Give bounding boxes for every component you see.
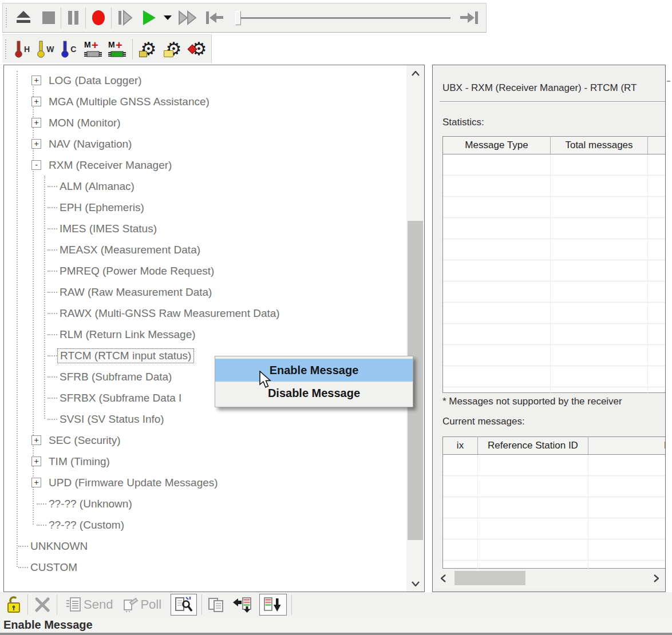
unlock-icon	[6, 595, 23, 614]
skip-to-end-icon	[460, 10, 480, 25]
chip-plus-green-button[interactable]: M +	[107, 39, 128, 59]
tree-item-unknown[interactable]: ??-?? (Unknown)	[4, 493, 406, 514]
tree-item-pmreq-power-mode-request[interactable]: PMREQ (Power Mode Request)	[4, 260, 406, 281]
gear-folder-button[interactable]: ⚙	[163, 38, 184, 61]
record-icon	[90, 9, 106, 26]
tree-item-mon-monitor[interactable]: +MON (Monitor)	[4, 112, 406, 133]
right-edge-panel	[666, 65, 672, 592]
pause-button[interactable]	[66, 10, 81, 26]
menu-item-disable-message[interactable]: Disable Message	[215, 382, 413, 404]
tree-item-rlm-return-link-message[interactable]: RLM (Return Link Message)	[4, 324, 406, 345]
expand-icon[interactable]: +	[31, 139, 41, 149]
skip-to-start-button[interactable]	[204, 10, 225, 25]
tree-item-raw-raw-measurement-data[interactable]: RAW (Raw Measurement Data)	[4, 281, 406, 303]
tree-item-sec-security[interactable]: +SEC (Security)	[4, 430, 406, 451]
coldstart-button[interactable]: C	[60, 40, 78, 58]
progress-slider-handle[interactable]	[235, 11, 241, 25]
expand-icon[interactable]: +	[31, 457, 41, 466]
tree-item-unknown[interactable]: UNKNOWN	[4, 535, 406, 557]
play-speed-dropdown[interactable]	[163, 15, 172, 21]
import-table-button[interactable]	[232, 596, 254, 613]
tree-item-custom[interactable]: ??-?? (Custom)	[4, 514, 406, 535]
expand-icon[interactable]: +	[31, 435, 41, 445]
detail-horizontal-scrollbar[interactable]	[436, 569, 663, 588]
dropdown-icon	[163, 15, 172, 21]
export-table-icon	[263, 596, 283, 613]
scroll-left-button[interactable]	[436, 569, 450, 588]
expand-icon[interactable]: +	[31, 118, 41, 128]
column-header-reference-station-id[interactable]: Reference Station ID	[478, 437, 588, 455]
poll-button[interactable]: Poll	[122, 596, 165, 613]
tree-branch-stub	[48, 313, 57, 314]
skip-to-end-button[interactable]	[460, 10, 480, 25]
tree-item-mga-multiple-gnss-assistance[interactable]: +MGA (Multiple GNSS Assistance)	[4, 91, 406, 112]
statistics-table: Message TypeTotal messagesCR	[442, 136, 666, 393]
expand-icon[interactable]: +	[31, 97, 41, 106]
record-button[interactable]	[90, 9, 106, 26]
column-header-ix[interactable]: ix	[443, 437, 478, 455]
tree-item-imes-imes-status[interactable]: IMES (IMES Status)	[4, 218, 406, 239]
toolbar-grip[interactable]	[5, 39, 7, 59]
tree-item-rawx-multi-gnss-raw-measurement-data[interactable]: RAWX (Multi-GNSS Raw Measurement Data)	[4, 303, 406, 324]
export-table-button[interactable]	[259, 594, 287, 616]
progress-slider[interactable]	[235, 17, 450, 19]
tree-item-label: CUSTOM	[30, 561, 77, 574]
delete-x-icon	[33, 596, 52, 613]
hotstart-button[interactable]: H	[13, 40, 32, 58]
poll-label: Poll	[140, 597, 161, 612]
tree-item-log-data-logger[interactable]: +LOG (Data Logger)	[4, 70, 406, 91]
play-button[interactable]	[141, 9, 157, 26]
collapse-icon[interactable]: -	[31, 160, 41, 170]
warmstart-button[interactable]: W	[35, 40, 56, 58]
chip-plus-gray-button[interactable]: M +	[83, 39, 104, 59]
stop-button[interactable]	[41, 10, 56, 25]
step-button[interactable]	[116, 10, 133, 26]
tree-branch-stub	[18, 567, 28, 568]
toolbar-grip[interactable]	[6, 8, 8, 27]
delete-button[interactable]	[33, 596, 52, 613]
column-header-message-type[interactable]: Message Type	[443, 137, 551, 154]
tree-item-label: PMREQ (Power Mode Request)	[60, 265, 214, 277]
eject-button[interactable]	[15, 10, 32, 25]
tree-item-upd-firmware-update-messages[interactable]: +UPD (Firmware Update Messages)	[4, 472, 406, 493]
tree-item-custom[interactable]: CUSTOM	[4, 557, 406, 578]
tree-branch-stub	[48, 207, 57, 208]
scroll-up-button[interactable]	[406, 65, 424, 81]
expand-icon[interactable]: +	[31, 76, 41, 85]
tree-branch-stub	[48, 271, 57, 272]
hotstart-label: H	[24, 45, 30, 54]
send-button[interactable]: Send	[65, 596, 116, 613]
statistics-label: Statistics:	[442, 117, 484, 128]
tree-item-label: UNKNOWN	[30, 540, 88, 553]
unlock-button[interactable]	[6, 595, 23, 614]
fast-forward-button[interactable]	[178, 10, 197, 25]
tree-item-alm-almanac[interactable]: ALM (Almanac)	[4, 176, 406, 197]
receiver-toolbar: H W C M + M + ⚙	[2, 34, 212, 63]
tree-vertical-scrollbar[interactable]	[406, 65, 424, 592]
column-header-messa[interactable]: Messa	[588, 437, 666, 455]
tree-item-measx-measurement-data[interactable]: MEASX (Measurement Data)	[4, 239, 406, 260]
scroll-right-button[interactable]	[649, 569, 663, 588]
toolbar-separator	[132, 39, 133, 59]
chip-plus-green-icon: M +	[107, 39, 128, 59]
tree-item-eph-ephemeris[interactable]: EPH (Ephemeris)	[4, 197, 406, 218]
column-header-cr[interactable]: CR	[648, 137, 666, 154]
copy-documents-icon	[207, 596, 226, 613]
tree-item-svsi-sv-status-info[interactable]: SVSI (SV Status Info)	[4, 408, 406, 430]
chevron-left-icon	[441, 574, 446, 582]
tree-item-label: SEC (Security)	[49, 434, 121, 447]
tree-item-label: MEASX (Measurement Data)	[60, 244, 200, 256]
column-header-total-messages[interactable]: Total messages	[551, 137, 648, 154]
detail-scrollbar-thumb[interactable]	[454, 571, 525, 585]
gear-chip-button[interactable]: ⚙	[137, 38, 159, 61]
copy-documents-button[interactable]	[207, 596, 226, 613]
scroll-down-button[interactable]	[406, 576, 424, 592]
gear-diamond-button[interactable]: ⚙	[188, 38, 209, 61]
menu-item-enable-message[interactable]: Enable Message	[215, 359, 413, 382]
tree-item-tim-timing[interactable]: +TIM (Timing)	[4, 451, 406, 472]
view-messages-button[interactable]	[171, 594, 197, 616]
current-messages-table: ixReference Station IDMessa	[442, 436, 666, 569]
tree-item-nav-navigation[interactable]: +NAV (Navigation)	[4, 133, 406, 154]
tree-item-rxm-receiver-manager[interactable]: -RXM (Receiver Manager)	[4, 154, 406, 176]
expand-icon[interactable]: +	[31, 478, 41, 487]
